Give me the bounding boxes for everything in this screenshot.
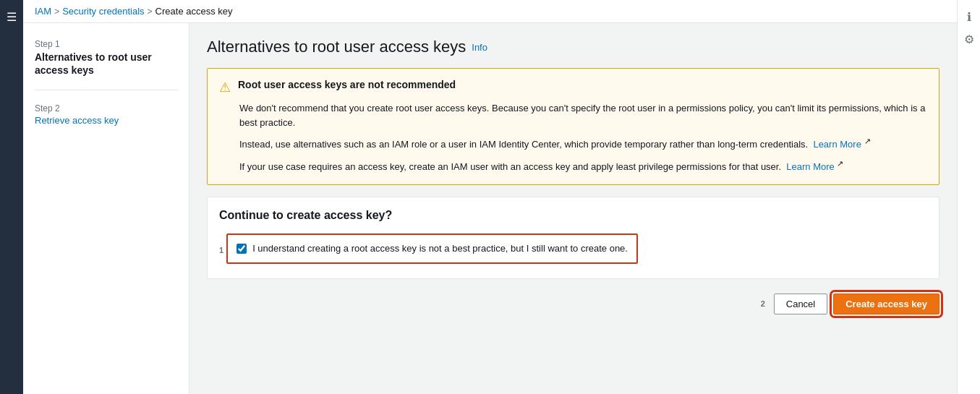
- checkbox-section: I understand creating a root access key …: [226, 234, 638, 264]
- breadcrumb-sep1: >: [54, 7, 59, 17]
- info-circle-icon[interactable]: ℹ: [967, 6, 971, 28]
- step-divider: [35, 90, 177, 90]
- content-area: Alternatives to root user access keys In…: [189, 23, 957, 394]
- warning-para3: If your use case requires an access key,…: [239, 158, 927, 174]
- checkbox-badge: 1: [219, 246, 223, 254]
- right-icon-bar: ℹ ⚙: [957, 0, 980, 394]
- step-2-title[interactable]: Retrieve access key: [35, 115, 177, 126]
- steps-sidebar: Step 1 Alternatives to root user access …: [23, 23, 189, 394]
- warning-learn-more-1[interactable]: Learn More: [813, 139, 861, 150]
- warning-body: We don't recommend that you create root …: [219, 101, 927, 174]
- external-icon-2: ↗: [837, 159, 843, 168]
- checkbox-label: I understand creating a root access key …: [252, 242, 628, 255]
- warning-title: Root user access keys are not recommende…: [238, 79, 456, 90]
- step-1-title: Alternatives to root user access keys: [35, 51, 177, 77]
- step-1-item: Step 1 Alternatives to root user access …: [23, 35, 189, 81]
- warning-icon: ⚠: [219, 80, 231, 95]
- action-badge: 2: [761, 299, 765, 308]
- warning-para1: We don't recommend that you create root …: [239, 101, 927, 129]
- breadcrumb-sep2: >: [148, 7, 153, 17]
- info-link[interactable]: Info: [472, 42, 487, 53]
- warning-para3-text: If your use case requires an access key,…: [239, 161, 781, 172]
- understand-checkbox[interactable]: [237, 244, 247, 254]
- step-1-label: Step 1: [35, 39, 177, 49]
- continue-box: Continue to create access key? 1 I under…: [207, 197, 939, 279]
- action-row: 2 Cancel Create access key: [207, 294, 939, 314]
- breadcrumb-security-credentials[interactable]: Security credentials: [62, 6, 144, 17]
- breadcrumb: IAM > Security credentials > Create acce…: [23, 0, 957, 23]
- page-title-row: Alternatives to root user access keys In…: [207, 38, 939, 56]
- warning-para2-text: Instead, use alternatives such as an IAM…: [239, 139, 808, 150]
- step-2-item: Step 2 Retrieve access key: [23, 99, 189, 130]
- settings-icon[interactable]: ⚙: [964, 28, 974, 51]
- body-layout: Step 1 Alternatives to root user access …: [23, 23, 957, 394]
- warning-para2: Instead, use alternatives such as an IAM…: [239, 135, 927, 152]
- main-wrapper: IAM > Security credentials > Create acce…: [23, 0, 957, 394]
- warning-box: ⚠ Root user access keys are not recommen…: [207, 68, 939, 185]
- step-2-label: Step 2: [35, 103, 177, 114]
- create-access-key-button[interactable]: Create access key: [833, 294, 939, 314]
- left-icon-bar: ☰: [0, 0, 23, 394]
- checkbox-row-wrap: 1 I understand creating a root access ke…: [219, 234, 927, 267]
- warning-header: ⚠ Root user access keys are not recommen…: [219, 79, 927, 95]
- breadcrumb-current: Create access key: [155, 6, 233, 17]
- continue-title: Continue to create access key?: [219, 209, 927, 222]
- breadcrumb-iam[interactable]: IAM: [35, 6, 51, 17]
- warning-learn-more-2[interactable]: Learn More: [786, 161, 834, 172]
- page-title: Alternatives to root user access keys: [207, 38, 466, 56]
- menu-icon[interactable]: ☰: [7, 6, 17, 28]
- cancel-button[interactable]: Cancel: [774, 294, 827, 314]
- external-icon-1: ↗: [864, 137, 871, 145]
